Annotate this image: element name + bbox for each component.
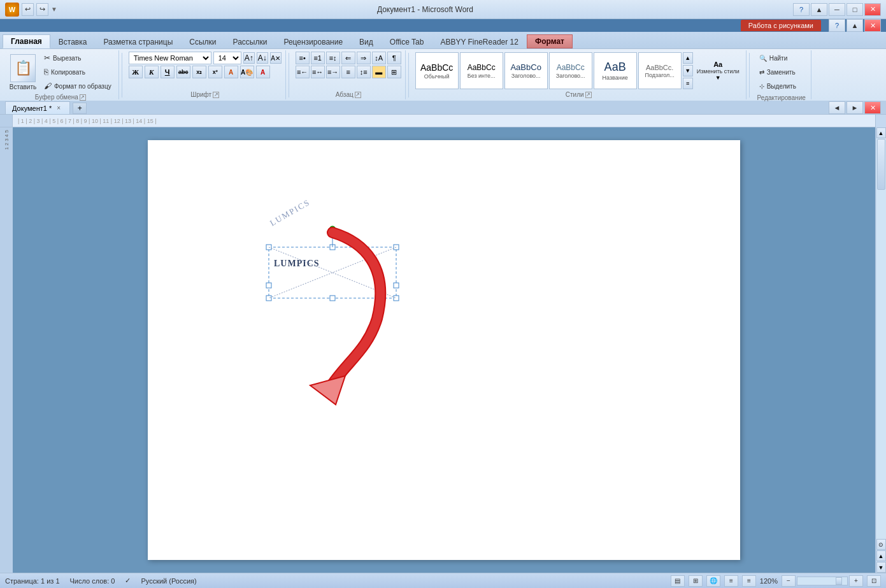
paragraph-expand-button[interactable]: ↗ xyxy=(355,92,361,98)
minimize-button[interactable]: ─ xyxy=(829,3,845,16)
font-expand-button[interactable]: ↗ xyxy=(213,92,219,98)
page-wrapper[interactable]: LUMPICS xyxy=(13,127,875,573)
new-tab-button[interactable]: + xyxy=(73,103,87,114)
multilevel-list-button[interactable]: ≡↕ xyxy=(326,52,340,64)
scroll-down-button[interactable]: ▼ xyxy=(876,562,886,573)
doc-tab-close-button[interactable]: × xyxy=(54,104,63,113)
style-no-interval[interactable]: AaBbCc Без инте... xyxy=(460,52,503,89)
highlight-button[interactable]: A🎨 xyxy=(240,66,254,78)
select-button[interactable]: ⊹ Выделить xyxy=(756,80,807,92)
increase-indent-button[interactable]: ⇒ xyxy=(357,52,371,64)
tab-review[interactable]: Рецензирование xyxy=(275,34,351,48)
decrease-indent-button[interactable]: ⇐ xyxy=(341,52,355,64)
replace-button[interactable]: ⇄ Заменить xyxy=(756,66,807,78)
tab-abbyy[interactable]: ABBYY FineReader 12 xyxy=(432,34,527,48)
tab-layout[interactable]: Разметка страницы xyxy=(95,34,181,48)
sort-button[interactable]: ↕A xyxy=(372,52,386,64)
style-subtitle[interactable]: AaBbCc. Подзагол... xyxy=(638,52,682,89)
select-browse-button[interactable]: ⊙ xyxy=(876,539,886,550)
scroll-track[interactable] xyxy=(876,138,886,539)
bold-button[interactable]: Ж xyxy=(129,66,143,78)
full-screen-button[interactable]: ⊞ xyxy=(689,575,703,587)
font-name-select[interactable]: Times New Roman xyxy=(129,52,211,64)
find-button[interactable]: 🔍 Найти xyxy=(756,52,807,64)
fit-window-button[interactable]: ⊡ xyxy=(867,575,881,587)
quick-access-more[interactable]: ▼ xyxy=(51,6,57,13)
font-color-button[interactable]: A xyxy=(256,66,270,78)
style-title[interactable]: АаВ Название xyxy=(594,52,637,89)
tab-mail[interactable]: Рассылки xyxy=(225,34,276,48)
zoom-minus-button[interactable]: − xyxy=(782,575,796,587)
align-left-button[interactable]: ≡← xyxy=(296,66,310,78)
clipboard-expand-button[interactable]: ↗ xyxy=(80,94,86,101)
scroll-up-button[interactable]: ▲ xyxy=(876,127,886,138)
align-center-button[interactable]: ≡↔ xyxy=(311,66,325,78)
line-spacing-button[interactable]: ↕≡ xyxy=(357,66,371,78)
tab-scroll-right-button[interactable]: ► xyxy=(847,101,863,114)
spell-check-icon[interactable]: ✓ xyxy=(125,577,131,585)
style-normal[interactable]: AaBbCc Обычный xyxy=(415,52,459,89)
style-heading1[interactable]: AaBbCo Заголово... xyxy=(504,52,548,89)
tab-format[interactable]: Формат xyxy=(527,34,573,48)
tab-refs[interactable]: Ссылки xyxy=(181,34,224,48)
borders-button[interactable]: ⊞ xyxy=(387,66,401,78)
rotation-handle xyxy=(329,226,336,233)
ribbon-group-clipboard: 📋 Вставить ✂ Вырезать ⎘ Копировать 🖌 Фор… xyxy=(3,50,119,99)
show-marks-button[interactable]: ¶ xyxy=(387,52,401,64)
cut-icon: ✂ xyxy=(44,54,50,62)
web-layout-button[interactable]: 🌐 xyxy=(706,575,720,587)
context-close-button[interactable]: ✕ xyxy=(864,19,881,32)
superscript-button[interactable]: x² xyxy=(208,66,222,78)
underline-button[interactable]: Ч xyxy=(161,66,175,78)
text-effects-button[interactable]: A xyxy=(224,66,238,78)
tab-insert[interactable]: Вставка xyxy=(50,34,96,48)
ribbon-minimize-button[interactable]: ▲ xyxy=(811,3,827,16)
italic-button[interactable]: К xyxy=(145,66,159,78)
outline-button[interactable]: ≡ xyxy=(724,575,738,587)
zoom-slider-thumb[interactable] xyxy=(836,577,842,585)
font-size-shrink-button[interactable]: A↓ xyxy=(257,52,268,64)
browse-prev-button[interactable]: ▲ xyxy=(876,550,886,561)
copy-button[interactable]: ⎘ Копировать xyxy=(41,66,115,78)
paste-button[interactable]: 📋 Вставить xyxy=(6,52,39,92)
tab-view[interactable]: Вид xyxy=(351,34,382,48)
numbered-list-button[interactable]: ≡1 xyxy=(311,52,325,64)
cut-button[interactable]: ✂ Вырезать xyxy=(41,52,115,64)
font-size-grow-button[interactable]: A↑ xyxy=(243,52,255,64)
undo-button[interactable]: ↩ xyxy=(22,3,34,16)
shading-button[interactable]: ▬ xyxy=(372,66,386,78)
change-styles-button[interactable]: Aa Изменить стили ▼ xyxy=(694,58,742,83)
help-button[interactable]: ? xyxy=(793,3,810,16)
language-info[interactable]: Русский (Россия) xyxy=(141,577,196,585)
draft-button[interactable]: ≡ xyxy=(742,575,756,587)
tab-home[interactable]: Главная xyxy=(3,34,50,48)
zoom-slider[interactable] xyxy=(797,577,848,585)
clipboard-group-label: Буфер обмена ↗ xyxy=(35,94,86,101)
maximize-button[interactable]: □ xyxy=(847,3,863,16)
gallery-scroll-up-button[interactable]: ▲ xyxy=(683,52,693,64)
gallery-more-button[interactable]: ≡ xyxy=(683,78,693,89)
redo-button[interactable]: ↪ xyxy=(36,3,48,16)
doc-close-button[interactable]: ✕ xyxy=(864,101,881,114)
gallery-scroll-down-button[interactable]: ▼ xyxy=(683,65,693,76)
context-help-button[interactable]: ? xyxy=(829,19,845,32)
doc-tab-document1[interactable]: Документ1 * × xyxy=(5,101,70,114)
clear-formatting-button[interactable]: A✕ xyxy=(270,52,282,64)
style-heading2[interactable]: AaBbCc Заголово... xyxy=(549,52,592,89)
align-right-button[interactable]: ≡→ xyxy=(326,66,340,78)
font-size-select[interactable]: 14 xyxy=(213,52,241,64)
format-painter-button[interactable]: 🖌 Формат по образцу xyxy=(41,80,115,92)
tab-scroll-left-button[interactable]: ◄ xyxy=(829,101,845,114)
context-ribbon-button[interactable]: ▲ xyxy=(847,19,863,32)
bullet-list-button[interactable]: ≡• xyxy=(296,52,310,64)
justify-button[interactable]: ≡ xyxy=(341,66,355,78)
subscript-button[interactable]: x₂ xyxy=(192,66,206,78)
style-heading2-label: Заголово... xyxy=(556,73,585,79)
close-button[interactable]: ✕ xyxy=(864,3,881,16)
styles-expand-button[interactable]: ↗ xyxy=(585,92,592,98)
tab-officetab[interactable]: Office Tab xyxy=(382,34,432,48)
strikethrough-button[interactable]: abc xyxy=(176,66,190,78)
scroll-thumb[interactable] xyxy=(877,139,885,190)
zoom-plus-button[interactable]: + xyxy=(849,575,863,587)
print-layout-button[interactable]: ▤ xyxy=(671,575,685,587)
